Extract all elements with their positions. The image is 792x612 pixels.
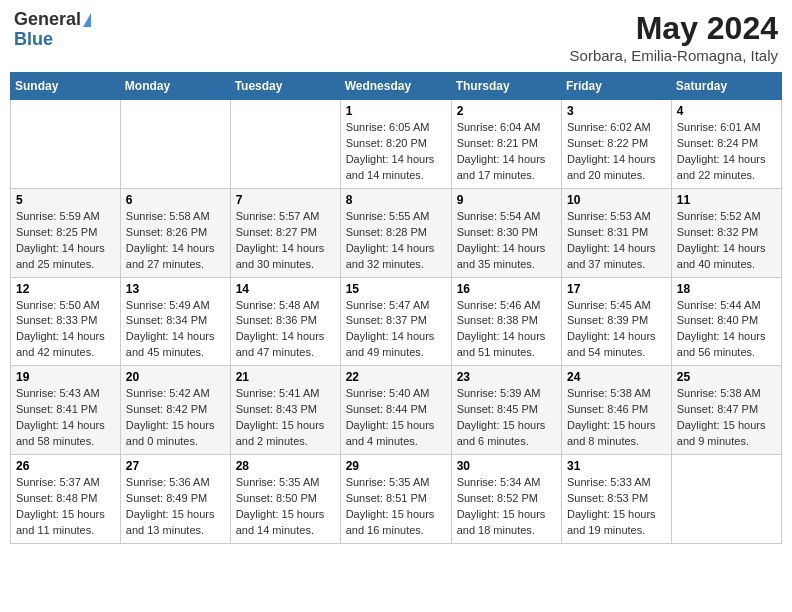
day-number: 18	[677, 282, 776, 296]
day-info: Sunrise: 5:47 AMSunset: 8:37 PMDaylight:…	[346, 298, 446, 362]
calendar-cell: 27Sunrise: 5:36 AMSunset: 8:49 PMDayligh…	[120, 455, 230, 544]
calendar-cell: 14Sunrise: 5:48 AMSunset: 8:36 PMDayligh…	[230, 277, 340, 366]
weekday-header-monday: Monday	[120, 73, 230, 100]
calendar-cell: 29Sunrise: 5:35 AMSunset: 8:51 PMDayligh…	[340, 455, 451, 544]
page-header: General Blue May 2024 Sorbara, Emilia-Ro…	[10, 10, 782, 64]
calendar-cell: 1Sunrise: 6:05 AMSunset: 8:20 PMDaylight…	[340, 100, 451, 189]
day-number: 23	[457, 370, 556, 384]
day-number: 9	[457, 193, 556, 207]
day-number: 17	[567, 282, 666, 296]
day-info: Sunrise: 5:44 AMSunset: 8:40 PMDaylight:…	[677, 298, 776, 362]
day-number: 30	[457, 459, 556, 473]
day-info: Sunrise: 5:48 AMSunset: 8:36 PMDaylight:…	[236, 298, 335, 362]
day-info: Sunrise: 5:53 AMSunset: 8:31 PMDaylight:…	[567, 209, 666, 273]
day-number: 2	[457, 104, 556, 118]
day-info: Sunrise: 6:02 AMSunset: 8:22 PMDaylight:…	[567, 120, 666, 184]
calendar-cell: 6Sunrise: 5:58 AMSunset: 8:26 PMDaylight…	[120, 188, 230, 277]
day-info: Sunrise: 5:52 AMSunset: 8:32 PMDaylight:…	[677, 209, 776, 273]
calendar-cell: 30Sunrise: 5:34 AMSunset: 8:52 PMDayligh…	[451, 455, 561, 544]
day-number: 6	[126, 193, 225, 207]
day-number: 16	[457, 282, 556, 296]
day-info: Sunrise: 5:33 AMSunset: 8:53 PMDaylight:…	[567, 475, 666, 539]
day-info: Sunrise: 5:42 AMSunset: 8:42 PMDaylight:…	[126, 386, 225, 450]
calendar-cell: 2Sunrise: 6:04 AMSunset: 8:21 PMDaylight…	[451, 100, 561, 189]
day-info: Sunrise: 6:01 AMSunset: 8:24 PMDaylight:…	[677, 120, 776, 184]
day-number: 28	[236, 459, 335, 473]
day-number: 7	[236, 193, 335, 207]
logo: General Blue	[14, 10, 91, 50]
day-info: Sunrise: 5:43 AMSunset: 8:41 PMDaylight:…	[16, 386, 115, 450]
logo-general-text: General	[14, 9, 81, 29]
calendar-cell: 4Sunrise: 6:01 AMSunset: 8:24 PMDaylight…	[671, 100, 781, 189]
calendar-cell: 28Sunrise: 5:35 AMSunset: 8:50 PMDayligh…	[230, 455, 340, 544]
day-info: Sunrise: 5:38 AMSunset: 8:46 PMDaylight:…	[567, 386, 666, 450]
calendar-cell: 13Sunrise: 5:49 AMSunset: 8:34 PMDayligh…	[120, 277, 230, 366]
day-info: Sunrise: 5:50 AMSunset: 8:33 PMDaylight:…	[16, 298, 115, 362]
day-number: 14	[236, 282, 335, 296]
day-info: Sunrise: 5:59 AMSunset: 8:25 PMDaylight:…	[16, 209, 115, 273]
weekday-header-saturday: Saturday	[671, 73, 781, 100]
day-number: 31	[567, 459, 666, 473]
day-number: 3	[567, 104, 666, 118]
day-number: 27	[126, 459, 225, 473]
day-info: Sunrise: 5:45 AMSunset: 8:39 PMDaylight:…	[567, 298, 666, 362]
weekday-header-thursday: Thursday	[451, 73, 561, 100]
calendar-cell: 31Sunrise: 5:33 AMSunset: 8:53 PMDayligh…	[561, 455, 671, 544]
calendar-cell	[120, 100, 230, 189]
calendar-cell: 21Sunrise: 5:41 AMSunset: 8:43 PMDayligh…	[230, 366, 340, 455]
calendar-cell	[11, 100, 121, 189]
calendar-cell: 8Sunrise: 5:55 AMSunset: 8:28 PMDaylight…	[340, 188, 451, 277]
day-info: Sunrise: 5:55 AMSunset: 8:28 PMDaylight:…	[346, 209, 446, 273]
day-number: 21	[236, 370, 335, 384]
day-number: 10	[567, 193, 666, 207]
day-number: 12	[16, 282, 115, 296]
day-number: 15	[346, 282, 446, 296]
logo-blue-text: Blue	[14, 30, 91, 50]
calendar-cell: 12Sunrise: 5:50 AMSunset: 8:33 PMDayligh…	[11, 277, 121, 366]
day-info: Sunrise: 6:05 AMSunset: 8:20 PMDaylight:…	[346, 120, 446, 184]
calendar-cell: 5Sunrise: 5:59 AMSunset: 8:25 PMDaylight…	[11, 188, 121, 277]
day-number: 29	[346, 459, 446, 473]
calendar-cell: 9Sunrise: 5:54 AMSunset: 8:30 PMDaylight…	[451, 188, 561, 277]
calendar-table: SundayMondayTuesdayWednesdayThursdayFrid…	[10, 72, 782, 544]
day-info: Sunrise: 5:35 AMSunset: 8:50 PMDaylight:…	[236, 475, 335, 539]
subtitle: Sorbara, Emilia-Romagna, Italy	[570, 47, 778, 64]
day-info: Sunrise: 5:36 AMSunset: 8:49 PMDaylight:…	[126, 475, 225, 539]
day-info: Sunrise: 5:34 AMSunset: 8:52 PMDaylight:…	[457, 475, 556, 539]
day-number: 13	[126, 282, 225, 296]
day-number: 24	[567, 370, 666, 384]
calendar-cell: 22Sunrise: 5:40 AMSunset: 8:44 PMDayligh…	[340, 366, 451, 455]
calendar-cell: 10Sunrise: 5:53 AMSunset: 8:31 PMDayligh…	[561, 188, 671, 277]
calendar-cell: 17Sunrise: 5:45 AMSunset: 8:39 PMDayligh…	[561, 277, 671, 366]
weekday-header-tuesday: Tuesday	[230, 73, 340, 100]
day-number: 20	[126, 370, 225, 384]
calendar-cell: 3Sunrise: 6:02 AMSunset: 8:22 PMDaylight…	[561, 100, 671, 189]
calendar-cell: 20Sunrise: 5:42 AMSunset: 8:42 PMDayligh…	[120, 366, 230, 455]
weekday-header-wednesday: Wednesday	[340, 73, 451, 100]
calendar-cell: 24Sunrise: 5:38 AMSunset: 8:46 PMDayligh…	[561, 366, 671, 455]
day-info: Sunrise: 5:54 AMSunset: 8:30 PMDaylight:…	[457, 209, 556, 273]
calendar-cell: 16Sunrise: 5:46 AMSunset: 8:38 PMDayligh…	[451, 277, 561, 366]
day-number: 4	[677, 104, 776, 118]
day-info: Sunrise: 5:57 AMSunset: 8:27 PMDaylight:…	[236, 209, 335, 273]
day-info: Sunrise: 5:40 AMSunset: 8:44 PMDaylight:…	[346, 386, 446, 450]
day-info: Sunrise: 5:39 AMSunset: 8:45 PMDaylight:…	[457, 386, 556, 450]
logo-icon	[83, 13, 91, 27]
day-number: 26	[16, 459, 115, 473]
calendar-cell: 18Sunrise: 5:44 AMSunset: 8:40 PMDayligh…	[671, 277, 781, 366]
day-info: Sunrise: 5:38 AMSunset: 8:47 PMDaylight:…	[677, 386, 776, 450]
calendar-cell: 26Sunrise: 5:37 AMSunset: 8:48 PMDayligh…	[11, 455, 121, 544]
calendar-cell	[230, 100, 340, 189]
calendar-cell: 11Sunrise: 5:52 AMSunset: 8:32 PMDayligh…	[671, 188, 781, 277]
day-number: 11	[677, 193, 776, 207]
day-number: 1	[346, 104, 446, 118]
weekday-header-friday: Friday	[561, 73, 671, 100]
calendar-cell	[671, 455, 781, 544]
main-title: May 2024	[570, 10, 778, 47]
day-info: Sunrise: 5:37 AMSunset: 8:48 PMDaylight:…	[16, 475, 115, 539]
day-number: 19	[16, 370, 115, 384]
day-number: 22	[346, 370, 446, 384]
day-info: Sunrise: 6:04 AMSunset: 8:21 PMDaylight:…	[457, 120, 556, 184]
title-block: May 2024 Sorbara, Emilia-Romagna, Italy	[570, 10, 778, 64]
day-info: Sunrise: 5:49 AMSunset: 8:34 PMDaylight:…	[126, 298, 225, 362]
